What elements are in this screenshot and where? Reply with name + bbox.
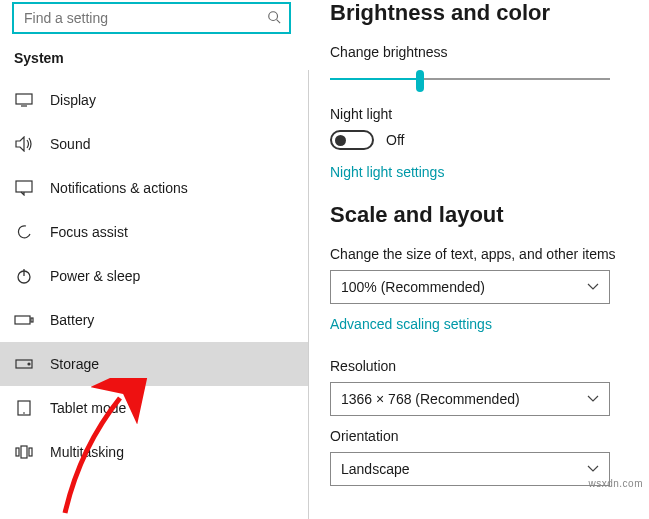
- sidebar-item-label: Power & sleep: [50, 268, 140, 284]
- sidebar-divider: [308, 70, 309, 519]
- sidebar-item-label: Focus assist: [50, 224, 128, 240]
- orientation-dropdown[interactable]: Landscape: [330, 452, 610, 486]
- multitasking-icon: [14, 445, 34, 459]
- night-light-state: Off: [386, 132, 404, 148]
- change-brightness-label: Change brightness: [330, 44, 629, 60]
- svg-rect-8: [15, 316, 30, 324]
- night-light-label: Night light: [330, 106, 629, 122]
- svg-rect-2: [16, 94, 32, 104]
- notifications-icon: [14, 180, 34, 196]
- sidebar-item-label: Display: [50, 92, 96, 108]
- main-content: Brightness and color Change brightness N…: [310, 0, 649, 519]
- watermark: wsxdn.com: [588, 478, 643, 489]
- chevron-down-icon: [587, 392, 599, 406]
- sidebar-item-label: Tablet mode: [50, 400, 126, 416]
- sidebar-item-label: Battery: [50, 312, 94, 328]
- sidebar-item-display[interactable]: Display: [0, 78, 309, 122]
- chevron-down-icon: [587, 462, 599, 476]
- toggle-knob: [335, 135, 346, 146]
- sidebar-item-sound[interactable]: Sound: [0, 122, 309, 166]
- search-input-container[interactable]: [12, 2, 291, 34]
- sidebar-item-label: Multitasking: [50, 444, 124, 460]
- chevron-down-icon: [587, 280, 599, 294]
- orientation-value: Landscape: [341, 461, 410, 477]
- sidebar-item-storage[interactable]: Storage: [0, 342, 309, 386]
- brightness-section-title: Brightness and color: [330, 0, 629, 26]
- svg-rect-16: [29, 448, 32, 456]
- scale-label: Change the size of text, apps, and other…: [330, 246, 629, 262]
- battery-icon: [14, 314, 34, 326]
- svg-point-0: [269, 11, 278, 20]
- sidebar-item-label: Storage: [50, 356, 99, 372]
- night-light-toggle[interactable]: [330, 130, 374, 150]
- sidebar-item-tablet-mode[interactable]: Tablet mode: [0, 386, 309, 430]
- scale-dropdown[interactable]: 100% (Recommended): [330, 270, 610, 304]
- svg-line-1: [277, 19, 281, 23]
- svg-rect-9: [31, 318, 33, 322]
- orientation-label: Orientation: [330, 428, 629, 444]
- advanced-scaling-link[interactable]: Advanced scaling settings: [330, 316, 492, 332]
- scale-value: 100% (Recommended): [341, 279, 485, 295]
- svg-rect-5: [16, 181, 32, 192]
- sidebar-section-label: System: [0, 44, 309, 78]
- power-icon: [14, 268, 34, 284]
- tablet-icon: [14, 400, 34, 416]
- resolution-label: Resolution: [330, 358, 629, 374]
- sidebar-item-multitasking[interactable]: Multitasking: [0, 430, 309, 474]
- sidebar-item-label: Sound: [50, 136, 90, 152]
- svg-marker-4: [16, 137, 24, 151]
- svg-point-11: [28, 363, 30, 365]
- search-input[interactable]: [22, 9, 267, 27]
- sidebar-item-battery[interactable]: Battery: [0, 298, 309, 342]
- sidebar-item-label: Notifications & actions: [50, 180, 188, 196]
- sidebar: System Display Sound Notifications & act…: [0, 0, 310, 519]
- svg-rect-15: [21, 446, 27, 458]
- sound-icon: [14, 136, 34, 152]
- svg-rect-14: [16, 448, 19, 456]
- brightness-slider[interactable]: [330, 68, 610, 92]
- search-icon: [267, 10, 281, 27]
- resolution-dropdown[interactable]: 1366 × 768 (Recommended): [330, 382, 610, 416]
- resolution-value: 1366 × 768 (Recommended): [341, 391, 520, 407]
- sidebar-item-power-sleep[interactable]: Power & sleep: [0, 254, 309, 298]
- sidebar-item-focus-assist[interactable]: Focus assist: [0, 210, 309, 254]
- focus-assist-icon: [14, 224, 34, 240]
- night-light-settings-link[interactable]: Night light settings: [330, 164, 444, 180]
- slider-fill: [330, 78, 420, 80]
- sidebar-item-notifications[interactable]: Notifications & actions: [0, 166, 309, 210]
- scale-section-title: Scale and layout: [330, 202, 629, 228]
- display-icon: [14, 93, 34, 107]
- slider-thumb[interactable]: [416, 70, 424, 92]
- storage-icon: [14, 359, 34, 369]
